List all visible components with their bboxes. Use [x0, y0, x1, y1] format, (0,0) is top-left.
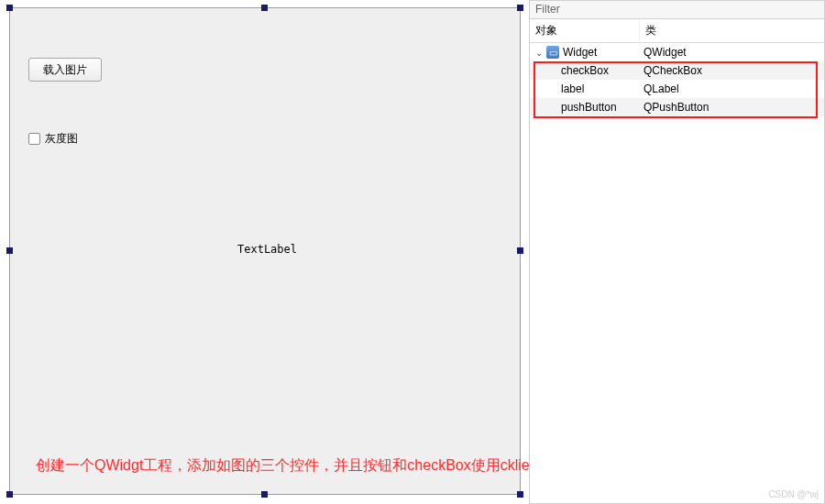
tree-object-name: label [561, 82, 584, 95]
tree-object-name: pushButton [561, 101, 617, 114]
resize-handle-tm[interactable] [261, 5, 268, 11]
resize-handle-bl[interactable] [6, 491, 13, 498]
column-header-object[interactable]: 对象 [530, 19, 640, 42]
checkbox-label: 灰度图 [45, 131, 78, 147]
resize-handle-tr[interactable] [517, 5, 523, 11]
tree-row[interactable]: label QLabel [530, 80, 824, 98]
tree-body: ⌄ ▭ Widget QWidget checkBox QCheckBox la… [530, 43, 824, 116]
tree-row-root[interactable]: ⌄ ▭ Widget QWidget [530, 43, 824, 61]
resize-handle-bm[interactable] [261, 491, 268, 498]
checkbox-box-icon [28, 133, 40, 145]
push-button[interactable]: 载入图片 [28, 58, 102, 82]
object-inspector-pane: Filter 对象 类 ⌄ ▭ Widget QWidget checkBox … [530, 0, 825, 504]
resize-handle-ml[interactable] [6, 247, 13, 254]
tree-row[interactable]: pushButton QPushButton [530, 98, 824, 116]
widget-icon: ▭ [546, 46, 559, 59]
canvas-wrapper: 载入图片 灰度图 TextLabel 创建一个QWidgt工程，添加如图的三个控… [9, 7, 521, 495]
tree-row[interactable]: checkBox QCheckBox [530, 61, 824, 80]
column-header-class[interactable]: 类 [640, 19, 824, 42]
tree-class-name: QPushButton [640, 101, 824, 114]
watermark: CSDN @*wj [768, 489, 819, 499]
resize-handle-br[interactable] [517, 491, 523, 498]
designer-pane: 载入图片 灰度图 TextLabel 创建一个QWidgt工程，添加如图的三个控… [0, 0, 530, 504]
tree-header: 对象 类 [530, 19, 824, 43]
tree-class-name: QCheckBox [640, 64, 824, 77]
tree-class-name: QWidget [640, 46, 824, 59]
annotation-caption: 创建一个QWidgt工程，添加如图的三个控件，并且按钮和checkBox使用ck… [36, 456, 591, 476]
tree-class-name: QLabel [640, 82, 824, 95]
resize-handle-tl[interactable] [6, 5, 13, 11]
chevron-down-icon[interactable]: ⌄ [534, 48, 544, 58]
text-label[interactable]: TextLabel [237, 243, 297, 256]
tree-object-name: checkBox [561, 64, 609, 77]
resize-handle-mr[interactable] [517, 247, 523, 254]
widget-canvas[interactable]: 载入图片 灰度图 TextLabel 创建一个QWidgt工程，添加如图的三个控… [9, 7, 521, 495]
checkbox[interactable]: 灰度图 [28, 131, 78, 147]
filter-input[interactable]: Filter [530, 1, 824, 19]
tree-object-name: Widget [563, 46, 597, 59]
